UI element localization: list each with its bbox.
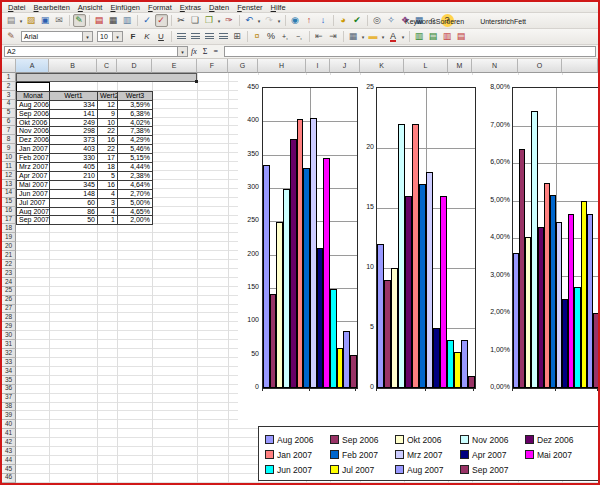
table-cell[interactable]: 373 [50,136,98,145]
clone-formatting-button[interactable]: ✑ [223,14,236,27]
row-header-4[interactable]: 4 [2,100,16,109]
increase-indent-button[interactable]: ⇥ [327,30,340,43]
table-cell[interactable]: 2,70% [118,190,153,199]
delete-decimal-button[interactable]: −, [293,30,306,43]
navigator-button[interactable]: ✧ [385,14,398,27]
row-header-33[interactable]: 33 [2,358,16,367]
hyperlink-button[interactable]: ◉ [289,14,302,27]
table-cell[interactable]: 4 [98,190,118,199]
legend-entry-jun-2007[interactable]: Jun 2007 [265,465,330,475]
row-header-13[interactable]: 13 [2,180,16,189]
table-cell[interactable]: Jul 2007 [17,199,50,208]
redo-button[interactable]: ↷ [263,14,276,27]
table-cell[interactable]: 60 [50,199,98,208]
table-cell[interactable]: Aug 2007 [17,208,50,217]
bold-button[interactable]: F [127,30,140,43]
find-and-replace-button[interactable]: ◎ [371,14,384,27]
row-header-38[interactable]: 38 [2,403,16,412]
table-cell[interactable]: 18 [98,163,118,172]
save-button[interactable]: ▣ [39,14,52,27]
row-header-39[interactable]: 39 [2,411,16,420]
legend-entry-jan-2007[interactable]: Jan 2007 [265,450,330,460]
chart-wert3[interactable] [512,87,599,389]
legend-entry-okt-2006[interactable]: Okt 2006 [395,435,460,445]
table-header-wert2[interactable]: Wert2 [98,92,118,101]
row-header-5[interactable]: 5 [2,109,16,118]
row-header-34[interactable]: 34 [2,367,16,376]
table-cell[interactable]: 5,00% [118,199,153,208]
decrease-indent-button[interactable]: ⇤ [313,30,326,43]
row-header-12[interactable]: 12 [2,171,16,180]
row-header-3[interactable]: 3 [2,91,16,100]
table-cell[interactable]: 4,02% [118,119,153,128]
table-header-wert1[interactable]: Wert1 [50,92,98,101]
legend-entry-mai-2007[interactable]: Mai 2007 [525,450,590,460]
menu-einf-gen[interactable]: Einfügen [106,2,144,13]
name-box[interactable]: A2 [4,46,188,57]
column-header-f[interactable]: F [197,59,228,73]
table-cell[interactable]: Mai 2007 [17,181,50,190]
legend-entry-apr-2007[interactable]: Apr 2007 [460,450,525,460]
table-cell[interactable]: 16 [98,136,118,145]
table-cell[interactable]: 405 [50,163,98,172]
sum-button[interactable]: Σ [203,47,208,56]
table-cell[interactable]: 10 [98,119,118,128]
font-size-dropdown-icon[interactable] [112,32,122,41]
menu-datei[interactable]: Datei [4,2,30,13]
row-header-23[interactable]: 23 [2,269,16,278]
table-cell[interactable]: 22 [98,145,118,154]
borders-dropdown-icon[interactable] [360,34,366,40]
column-header-g[interactable]: G [228,59,258,73]
auto-spellcheck-button[interactable]: ✓ [155,14,168,27]
borders-button[interactable]: ▦ [347,30,360,43]
table-cell[interactable]: 4,64% [118,181,153,190]
row-header-43[interactable]: 43 [2,447,16,456]
table-cell[interactable]: Sep 2006 [17,110,50,119]
insert-columns-button[interactable]: ▥ [413,30,426,43]
table-cell[interactable]: 86 [50,208,98,217]
font-color-dropdown-icon[interactable] [400,34,406,40]
table-cell[interactable]: 7,38% [118,127,153,136]
align-left-button[interactable] [175,30,188,43]
row-header-8[interactable]: 8 [2,135,16,144]
font-name-dropdown-icon[interactable] [82,32,92,41]
chart-wert1[interactable] [262,87,358,389]
row-header-7[interactable]: 7 [2,126,16,135]
row-header-41[interactable]: 41 [2,429,16,438]
column-header-j[interactable]: J [330,59,360,73]
column-header-o[interactable]: O [518,59,562,73]
row-header-27[interactable]: 27 [2,305,16,314]
font-color-button[interactable]: A [387,30,400,43]
column-header-e[interactable]: E [152,59,197,73]
paste-dropdown-icon[interactable] [216,18,222,24]
row-header-16[interactable]: 16 [2,207,16,216]
table-cell[interactable]: 148 [50,190,98,199]
table-cell[interactable]: Mrz 2007 [17,163,50,172]
row-header-10[interactable]: 10 [2,153,16,162]
row-header-25[interactable]: 25 [2,287,16,296]
background-color-dropdown-icon[interactable] [380,34,386,40]
insert-rows-button[interactable]: ▤ [427,30,440,43]
table-cell[interactable]: 6,38% [118,110,153,119]
table-cell[interactable]: 4,65% [118,208,153,217]
menu-hilfe[interactable]: Hilfe [267,2,290,13]
table-cell[interactable]: Jan 2007 [17,145,50,154]
table-cell[interactable]: 5,46% [118,145,153,154]
row-header-6[interactable]: 6 [2,118,16,127]
row-header-11[interactable]: 11 [2,162,16,171]
underline-button[interactable]: U [155,30,168,43]
row-header-2[interactable]: 2 [2,82,16,91]
page-preview-button[interactable]: ▥ [121,14,134,27]
row-header-26[interactable]: 26 [2,296,16,305]
table-cell[interactable]: 298 [50,127,98,136]
row-header-42[interactable]: 42 [2,438,16,447]
legend-entry-nov-2006[interactable]: Nov 2006 [460,435,525,445]
sort-ascending-button[interactable]: ↑ [303,14,316,27]
chart-wert2[interactable] [376,87,476,389]
font-name-combo[interactable]: Arial [21,31,93,42]
menu-ansicht[interactable]: Ansicht [74,2,107,13]
table-cell[interactable]: 141 [50,110,98,119]
delete-rows-button[interactable]: ▤ [455,30,468,43]
paste-button[interactable]: ❐ [203,14,216,27]
table-cell[interactable]: 50 [50,216,98,225]
